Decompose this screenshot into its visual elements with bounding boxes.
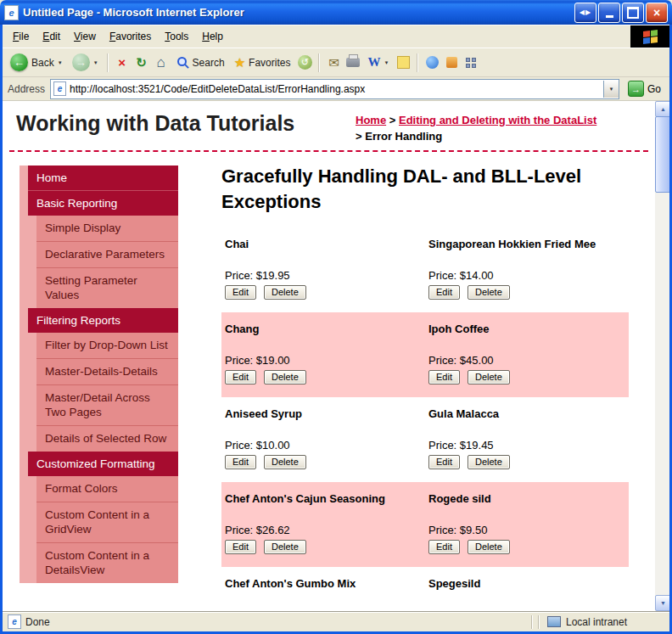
close-button[interactable]: × xyxy=(646,3,668,23)
sidebar-item-details-of-selected-row[interactable]: Details of Selected Row xyxy=(36,425,178,452)
menu-view[interactable]: View xyxy=(67,27,103,46)
search-button[interactable]: Search xyxy=(172,54,228,71)
sidebar-item-format-colors[interactable]: Format Colors xyxy=(36,476,178,502)
vertical-scrollbar[interactable]: ▲ ▼ xyxy=(655,101,669,611)
product-price: Price: $19.95 xyxy=(225,269,420,282)
back-button[interactable]: ← Back ▼ xyxy=(7,52,66,73)
forward-dropdown-icon[interactable]: ▼ xyxy=(93,60,98,65)
refresh-button[interactable]: ↻ xyxy=(133,53,150,72)
go-button[interactable]: → Go xyxy=(624,81,664,97)
address-input[interactable]: e http://localhost:3521/Code/EditDeleteD… xyxy=(50,79,619,99)
sidebar-item-custom-content-in-a-gridview[interactable]: Custom Content in a GridView xyxy=(36,502,178,542)
menu-help[interactable]: Help xyxy=(195,27,230,46)
product-name: Spegesild xyxy=(428,577,624,590)
product-actions: EditDelete xyxy=(225,285,420,300)
print-button[interactable] xyxy=(344,53,361,72)
home-button[interactable]: ⌂ xyxy=(153,53,170,72)
discuss-button[interactable] xyxy=(395,53,412,72)
breadcrumb-separator: > xyxy=(356,130,362,143)
toolbar: ← Back ▼ → ▼ × ↻ ⌂ Search ★ Favorites ↺ … xyxy=(3,48,669,77)
edit-button[interactable]: Edit xyxy=(225,455,256,469)
window-controls: ◀▶ × xyxy=(574,3,668,23)
favorites-button[interactable]: ★ Favorites xyxy=(231,53,294,72)
mail-button[interactable]: ✉ xyxy=(325,53,342,72)
menu-tools[interactable]: Tools xyxy=(158,27,195,46)
delete-button[interactable]: Delete xyxy=(264,455,306,469)
back-dropdown-icon[interactable]: ▼ xyxy=(58,60,63,65)
messenger-button[interactable] xyxy=(423,53,440,72)
forward-icon: → xyxy=(72,53,90,71)
favorites-star-icon: ★ xyxy=(234,55,245,70)
scroll-up-button[interactable]: ▲ xyxy=(655,101,669,117)
edit-button[interactable]: Edit xyxy=(428,285,460,300)
delete-button[interactable]: Delete xyxy=(468,540,510,554)
sidebar-item-simple-display[interactable]: Simple Display xyxy=(36,216,178,241)
sidebar-item-filtering-reports[interactable]: Filtering Reports xyxy=(28,308,178,333)
maximize-button[interactable] xyxy=(622,3,644,23)
go-icon: → xyxy=(628,81,644,97)
menu-items: FileEditViewFavoritesToolsHelp xyxy=(3,25,230,48)
page-icon: e xyxy=(53,81,66,96)
sidebar-item-master-details-details[interactable]: Master-Details-Details xyxy=(36,358,178,384)
sidebar-item-filter-by-drop-down-list[interactable]: Filter by Drop-Down List xyxy=(36,333,178,358)
sidebar-item-home[interactable]: Home xyxy=(28,166,178,190)
research-button[interactable] xyxy=(443,53,460,72)
product-price: Price: $12.00 xyxy=(428,609,624,611)
menu-edit[interactable]: Edit xyxy=(36,27,67,46)
research-icon xyxy=(446,57,457,68)
sidebar-item-setting-parameter-values[interactable]: Setting Parameter Values xyxy=(36,267,178,308)
edit-dropdown-icon[interactable]: ▼ xyxy=(384,60,389,65)
history-button[interactable]: ↺ xyxy=(296,53,313,72)
product-item-chef-anton-s-gumbo-mix: Chef Anton's Gumbo MixPrice: $21.35EditD… xyxy=(221,567,425,611)
edit-button[interactable]: Edit xyxy=(428,370,460,384)
zone-label: Local intranet xyxy=(566,616,627,628)
address-url[interactable]: http://localhost:3521/Code/EditDeleteDat… xyxy=(70,83,600,95)
sidebar-item-declarative-parameters[interactable]: Declarative Parameters xyxy=(36,241,178,267)
menu-favorites[interactable]: Favorites xyxy=(103,27,158,46)
edit-button[interactable]: Edit xyxy=(428,455,460,469)
scroll-down-button[interactable]: ▼ xyxy=(655,595,669,611)
tiles-button[interactable] xyxy=(462,53,479,72)
stop-button[interactable]: × xyxy=(114,53,131,72)
delete-button[interactable]: Delete xyxy=(468,370,510,384)
sidebar-item-custom-content-in-a-detailsview[interactable]: Custom Content in a DetailsView xyxy=(36,542,178,583)
sidebar-item-basic-reporting[interactable]: Basic Reporting xyxy=(28,190,178,216)
delete-button[interactable]: Delete xyxy=(468,285,510,300)
browser-window: e Untitled Page - Microsoft Internet Exp… xyxy=(0,0,672,634)
edit-button[interactable]: Edit xyxy=(428,540,460,554)
scrollbar-thumb[interactable] xyxy=(655,116,669,193)
title-bar[interactable]: e Untitled Page - Microsoft Internet Exp… xyxy=(0,0,672,25)
edit-button[interactable]: Edit xyxy=(225,285,256,300)
product-item-singaporean-hokkien-fried-mee: Singaporean Hokkien Fried MeePrice: $14.… xyxy=(425,227,629,312)
product-row: ChaiPrice: $19.95EditDeleteSingaporean H… xyxy=(221,227,629,312)
delete-button[interactable]: Delete xyxy=(264,370,306,384)
product-price: Price: $26.62 xyxy=(225,524,420,536)
sidebar-item-master-detail-across-two-pages[interactable]: Master/Detail Across Two Pages xyxy=(36,384,178,425)
status-page-icon: e xyxy=(8,614,21,629)
delete-button[interactable]: Delete xyxy=(264,540,306,554)
breadcrumb-line-2: > Error Handling xyxy=(356,129,654,145)
forward-button[interactable]: → ▼ xyxy=(69,52,102,73)
breadcrumb-home-link[interactable]: Home xyxy=(356,114,386,126)
sidebar-item-customized-formatting[interactable]: Customized Formatting xyxy=(28,452,178,476)
window-arrows-button[interactable]: ◀▶ xyxy=(574,3,596,23)
discuss-icon xyxy=(397,56,410,69)
search-icon xyxy=(176,56,189,70)
edit-in-word-button[interactable]: W ▼ xyxy=(364,53,392,71)
edit-button[interactable]: Edit xyxy=(225,370,256,384)
breadcrumb-section-link[interactable]: Editing and Deleting with the DataList xyxy=(399,114,596,126)
windows-logo xyxy=(630,25,669,48)
messenger-icon xyxy=(426,56,439,69)
product-name: Rogede sild xyxy=(428,492,624,505)
product-price: Price: $21.35 xyxy=(225,609,420,611)
product-actions: EditDelete xyxy=(225,455,420,469)
menu-file[interactable]: File xyxy=(6,27,36,46)
site-title: Working with Data Tutorials xyxy=(16,111,294,136)
delete-button[interactable]: Delete xyxy=(264,285,306,300)
delete-button[interactable]: Delete xyxy=(468,455,510,469)
address-dropdown-button[interactable]: ▼ xyxy=(603,81,619,98)
minimize-button[interactable] xyxy=(598,3,620,23)
edit-button[interactable]: Edit xyxy=(225,540,256,554)
page-body: HomeBasic ReportingSimple DisplayDeclara… xyxy=(3,152,655,611)
window-frame: FileEditViewFavoritesToolsHelp ← Back ▼ … xyxy=(0,25,672,634)
